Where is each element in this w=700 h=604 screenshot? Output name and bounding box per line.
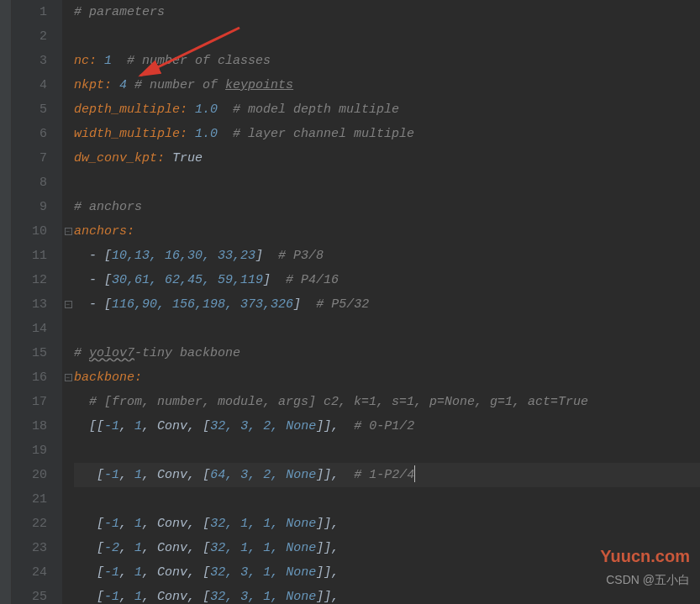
line-number[interactable]: 1: [12, 0, 47, 24]
code-line[interactable]: # [from, number, module, args] c2, k=1, …: [74, 390, 700, 414]
watermark-text: Yuucn.com: [600, 544, 690, 569]
comment-text: # anchors: [74, 200, 142, 214]
line-number[interactable]: 6: [12, 122, 47, 146]
code-line[interactable]: dw_conv_kpt: True: [74, 146, 700, 171]
yaml-value: 4: [119, 78, 127, 92]
code-line[interactable]: width_multiple: 1.0 # layer channel mult…: [74, 122, 700, 146]
line-number[interactable]: 23: [12, 536, 47, 560]
comment-text: # P4/16: [286, 273, 339, 287]
comment-text: # parameters: [74, 5, 165, 19]
comment-text: # yolov7-tiny backbone: [74, 346, 240, 360]
code-line[interactable]: −backbone:: [74, 365, 700, 390]
yaml-value: 1.0: [195, 102, 218, 117]
comment-text: # [from, number, module, args] c2, k=1, …: [89, 395, 588, 409]
line-number[interactable]: 2: [12, 24, 47, 49]
line-number[interactable]: 25: [12, 585, 47, 604]
code-line[interactable]: [74, 487, 700, 512]
line-number[interactable]: 5: [12, 97, 47, 122]
line-number[interactable]: 20: [12, 463, 47, 487]
comment-text: # number of keypoints: [134, 78, 293, 92]
code-line-active[interactable]: [-1, 1, Conv, [64, 3, 2, None]], # 1-P2/…: [74, 463, 700, 487]
anchor-values: 30,61, 62,45, 59,119: [112, 273, 263, 287]
anchor-values: 10,13, 16,30, 33,23: [112, 249, 255, 263]
comment-text: # layer channel multiple: [233, 127, 414, 141]
yaml-value: True: [172, 151, 203, 165]
code-line[interactable]: - [30,61, 62,45, 59,119] # P4/16: [74, 268, 700, 292]
code-line[interactable]: − - [116,90, 156,198, 373,326] # P5/32: [74, 292, 700, 317]
code-line[interactable]: −anchors:: [74, 219, 700, 244]
line-number[interactable]: 10: [12, 219, 47, 244]
code-line[interactable]: # yolov7-tiny backbone: [74, 341, 700, 365]
line-number[interactable]: 24: [12, 560, 47, 585]
line-number[interactable]: 4: [12, 73, 47, 97]
yaml-key: nc: [74, 54, 89, 68]
line-number[interactable]: 8: [12, 171, 47, 195]
line-number[interactable]: 3: [12, 49, 47, 73]
code-line[interactable]: - [10,13, 16,30, 33,23] # P3/8: [74, 244, 700, 268]
line-number[interactable]: 19: [12, 439, 47, 463]
yaml-key: depth_multiple: [74, 102, 180, 117]
code-line[interactable]: # parameters: [74, 0, 700, 24]
line-number[interactable]: 9: [12, 195, 47, 219]
line-number[interactable]: 11: [12, 244, 47, 268]
minus-icon: −: [65, 228, 72, 235]
code-line[interactable]: nc: 1 # number of classes: [74, 49, 700, 73]
yaml-key: width_multiple: [74, 127, 180, 141]
yaml-key: backbone: [74, 370, 134, 385]
line-number[interactable]: 16: [12, 365, 47, 390]
vertical-scrollbar[interactable]: [0, 0, 12, 604]
code-line[interactable]: [74, 317, 700, 341]
code-line[interactable]: # anchors: [74, 195, 700, 219]
comment-text: # 1-P2/4: [354, 468, 414, 482]
fold-toggle[interactable]: −: [62, 292, 74, 317]
minus-icon: −: [65, 374, 72, 381]
comment-text: # P5/32: [316, 297, 369, 312]
code-line[interactable]: [74, 24, 700, 49]
code-line[interactable]: [74, 171, 700, 195]
code-editor: 1 2 3 4 5 6 7 8 9 10 11 12 13 14 15 16 1…: [0, 0, 700, 604]
code-text-area[interactable]: # parameters nc: 1 # number of classes n…: [62, 0, 700, 604]
comment-text: # model depth multiple: [233, 102, 399, 117]
yaml-value: 1.0: [195, 127, 218, 141]
line-number[interactable]: 7: [12, 146, 47, 171]
watermark-text: CSDN @五小白: [606, 568, 690, 592]
code-line[interactable]: [[-1, 1, Conv, [32, 3, 2, None]], # 0-P1…: [74, 414, 700, 439]
line-number[interactable]: 12: [12, 268, 47, 292]
minus-icon: −: [65, 301, 72, 308]
code-line[interactable]: nkpt: 4 # number of keypoints: [74, 73, 700, 97]
line-number[interactable]: 17: [12, 390, 47, 414]
line-number[interactable]: 14: [12, 317, 47, 341]
fold-toggle[interactable]: −: [62, 219, 74, 244]
line-number[interactable]: 21: [12, 487, 47, 512]
anchor-values: 116,90, 156,198, 373,326: [112, 297, 293, 312]
fold-toggle[interactable]: −: [62, 365, 74, 390]
yaml-value: 1: [104, 54, 112, 68]
line-number[interactable]: 22: [12, 512, 47, 536]
comment-text: # P3/8: [278, 249, 324, 263]
yaml-key: nkpt: [74, 78, 104, 92]
comment-text: # number of classes: [127, 54, 271, 68]
yaml-key: dw_conv_kpt: [74, 151, 157, 165]
line-number[interactable]: 13: [12, 292, 47, 317]
line-number[interactable]: 18: [12, 414, 47, 439]
line-number[interactable]: 15: [12, 341, 47, 365]
comment-text: # 0-P1/2: [354, 419, 414, 433]
code-line[interactable]: depth_multiple: 1.0 # model depth multip…: [74, 97, 700, 122]
code-line[interactable]: [-1, 1, Conv, [32, 1, 1, None]],: [74, 512, 700, 536]
text-cursor: [414, 465, 415, 482]
line-number-gutter: 1 2 3 4 5 6 7 8 9 10 11 12 13 14 15 16 1…: [12, 0, 62, 604]
code-line[interactable]: [74, 439, 700, 463]
yaml-key: anchors: [74, 224, 127, 239]
